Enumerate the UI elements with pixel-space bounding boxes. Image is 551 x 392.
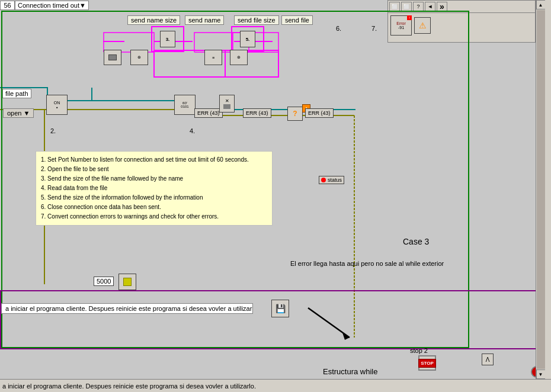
connection-label: Connection timed out bbox=[18, 2, 79, 9]
canvas: 56 Connection timed out ▼ ⬜ ⬜ ? ◄ » ! Er… bbox=[0, 0, 545, 379]
stop-text: STOP bbox=[418, 359, 436, 368]
scrollbar-vertical[interactable]: ▲ ▼ bbox=[536, 0, 545, 379]
toolbar-icon-question[interactable]: ? bbox=[413, 2, 424, 11]
toolbar-icon-1[interactable]: ⬜ bbox=[389, 2, 400, 11]
scrollbar-up-button[interactable]: ▲ bbox=[536, 0, 546, 9]
status-bar: a iniciar el programa cliente. Despues r… bbox=[0, 379, 551, 392]
scrollbar-down-button[interactable]: ▼ bbox=[536, 369, 546, 379]
toolbar-icon-2[interactable]: ⬜ bbox=[401, 2, 412, 11]
dropdown-arrow-icon: ▼ bbox=[79, 2, 86, 9]
scrollbar-track bbox=[537, 10, 545, 369]
bottom-message: a iniciar el programa cliente. Despues r… bbox=[1, 303, 253, 314]
loop-condition-icon: Λ bbox=[482, 354, 494, 365]
stop2-label: stop 2 bbox=[410, 347, 428, 354]
connection-bar: 56 Connection timed out ▼ bbox=[0, 0, 89, 11]
while-loop-structure bbox=[0, 290, 539, 349]
status-bar-text: a iniciar el programa cliente. Despues r… bbox=[2, 383, 256, 390]
case-3-label: Case 3 bbox=[403, 237, 429, 246]
toolbar-more-icon[interactable]: » bbox=[437, 2, 447, 11]
connection-number: 56 bbox=[0, 1, 15, 10]
stop-button[interactable]: STOP bbox=[418, 355, 436, 371]
while-loop-label: Estructura while bbox=[323, 367, 377, 376]
connection-dropdown[interactable]: Connection timed out ▼ bbox=[15, 1, 89, 10]
disk-icon-block: 💾 bbox=[271, 300, 289, 317]
toolbar-back-icon[interactable]: ◄ bbox=[425, 2, 435, 11]
